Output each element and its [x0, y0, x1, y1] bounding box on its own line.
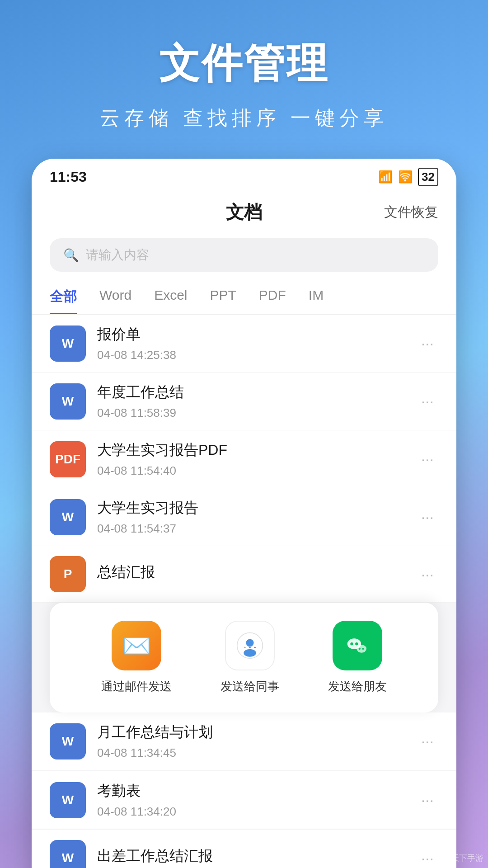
file-info: 年度工作总结 04-08 11:58:39	[97, 382, 417, 420]
file-info: 出差工作总结汇报	[97, 846, 417, 868]
svg-point-9	[357, 645, 366, 652]
file-item[interactable]: W 月工作总结与计划 04-08 11:34:45 ···	[32, 712, 456, 770]
file-icon-pdf: PDF	[50, 441, 86, 477]
tab-all[interactable]: 全部	[50, 288, 77, 314]
file-list: W 报价单 04-08 14:25:38 ··· W 年度工作总结 04-08 …	[32, 315, 456, 603]
hero-section: 文件管理 云存储 查找排序 一键分享	[0, 0, 488, 159]
file-icon-word: W	[50, 840, 86, 868]
file-more-button[interactable]: ···	[417, 330, 438, 357]
file-name: 大学生实习报告	[97, 498, 417, 518]
file-date: 04-08 14:25:38	[97, 348, 417, 362]
file-info: 月工作总结与计划 04-08 11:34:45	[97, 722, 417, 760]
phone-card: 11:53 📶 🛜 32 文档 文件恢复 🔍 请输入内容 全部 Word Exc…	[32, 159, 456, 868]
file-icon-word: W	[50, 499, 86, 535]
file-info: 报价单 04-08 14:25:38	[97, 325, 417, 362]
battery-icon: 32	[418, 168, 438, 186]
file-info: 总结汇报	[97, 562, 417, 586]
watermark: 游天下手游	[443, 853, 483, 863]
file-more-button[interactable]: ···	[417, 504, 438, 530]
svg-point-5	[254, 647, 255, 648]
file-icon-word: W	[50, 782, 86, 818]
file-more-button[interactable]: ···	[417, 561, 438, 588]
tab-excel[interactable]: Excel	[154, 288, 187, 314]
file-name: 年度工作总结	[97, 382, 417, 402]
tab-img[interactable]: IM	[309, 288, 324, 314]
file-name: 月工作总结与计划	[97, 722, 417, 742]
file-more-button[interactable]: ···	[417, 388, 438, 415]
colleague-icon-wrap	[225, 621, 275, 670]
file-item[interactable]: W 考勤表 04-08 11:34:20 ···	[32, 771, 456, 829]
svg-point-4	[249, 647, 250, 648]
status-icons: 📶 🛜 32	[378, 168, 438, 186]
file-more-button[interactable]: ···	[417, 446, 438, 472]
svg-point-1	[246, 639, 253, 646]
file-more-button[interactable]: ···	[417, 787, 438, 813]
file-icon-word: W	[50, 326, 86, 362]
share-item-colleague[interactable]: 发送给同事	[221, 621, 279, 694]
app-header: 文档 文件恢复	[32, 191, 456, 231]
search-container: 🔍 请输入内容	[32, 231, 456, 281]
file-icon-word: W	[50, 383, 86, 420]
hero-subtitle: 云存储 查找排序 一键分享	[27, 105, 461, 132]
svg-point-7	[350, 642, 353, 645]
wechat-icon-wrap	[333, 621, 382, 670]
search-icon: 🔍	[63, 248, 79, 263]
file-icon-ppt: P	[50, 556, 86, 592]
file-date: 04-08 11:34:20	[97, 805, 417, 819]
status-time: 11:53	[50, 169, 87, 185]
tab-bar: 全部 Word Excel PPT PDF IM	[32, 281, 456, 315]
hero-title: 文件管理	[27, 36, 461, 91]
file-item[interactable]: W 出差工作总结汇报 ···	[32, 830, 456, 868]
tab-ppt[interactable]: PPT	[210, 288, 236, 314]
share-popup: ✉️ 通过邮件发送 发送给同事	[50, 603, 438, 712]
file-icon-word: W	[50, 723, 86, 760]
file-item[interactable]: W 报价单 04-08 14:25:38 ···	[32, 315, 456, 373]
signal-icon: 📶	[378, 170, 393, 184]
tab-pdf[interactable]: PDF	[259, 288, 286, 314]
file-item[interactable]: W 年度工作总结 04-08 11:58:39 ···	[32, 373, 456, 430]
bottom-file-list: W 月工作总结与计划 04-08 11:34:45 ··· W 考勤表 04-0…	[32, 712, 456, 868]
file-name: 总结汇报	[97, 562, 417, 582]
file-item[interactable]: W 大学生实习报告 04-08 11:54:37 ···	[32, 488, 456, 546]
wechat-icon	[343, 631, 372, 660]
mail-icon: ✉️	[122, 632, 151, 660]
share-colleague-label: 发送给同事	[221, 679, 279, 694]
file-more-button[interactable]: ···	[417, 845, 438, 868]
svg-point-10	[358, 647, 360, 649]
app-title: 文档	[226, 200, 262, 225]
share-mail-label: 通过邮件发送	[101, 679, 172, 694]
file-info: 考勤表 04-08 11:34:20	[97, 781, 417, 819]
file-recovery-button[interactable]: 文件恢复	[384, 203, 438, 222]
file-date: 04-08 11:54:40	[97, 464, 417, 478]
search-input[interactable]: 请输入内容	[86, 246, 149, 264]
file-date: 04-08 11:54:37	[97, 522, 417, 536]
svg-point-3	[244, 647, 245, 648]
svg-point-11	[362, 647, 364, 649]
file-date: 04-08 11:58:39	[97, 406, 417, 420]
file-name: 报价单	[97, 325, 417, 344]
file-item[interactable]: P 总结汇报 ···	[32, 546, 456, 603]
file-info: 大学生实习报告PDF 04-08 11:54:40	[97, 440, 417, 478]
svg-point-8	[355, 642, 358, 645]
colleague-icon	[236, 632, 263, 659]
share-item-wechat[interactable]: 发送给朋友	[328, 621, 387, 694]
status-bar: 11:53 📶 🛜 32	[32, 159, 456, 191]
file-name: 大学生实习报告PDF	[97, 440, 417, 460]
svg-point-2	[244, 649, 256, 657]
wifi-icon: 🛜	[398, 170, 413, 184]
file-date: 04-08 11:34:45	[97, 746, 417, 760]
tab-word[interactable]: Word	[99, 288, 131, 314]
file-name: 考勤表	[97, 781, 417, 801]
share-item-mail[interactable]: ✉️ 通过邮件发送	[101, 621, 172, 694]
file-info: 大学生实习报告 04-08 11:54:37	[97, 498, 417, 536]
mail-icon-wrap: ✉️	[112, 621, 161, 670]
search-bar[interactable]: 🔍 请输入内容	[50, 238, 438, 272]
file-name: 出差工作总结汇报	[97, 846, 417, 866]
file-item[interactable]: PDF 大学生实习报告PDF 04-08 11:54:40 ···	[32, 430, 456, 488]
share-wechat-label: 发送给朋友	[328, 679, 387, 694]
file-more-button[interactable]: ···	[417, 728, 438, 755]
